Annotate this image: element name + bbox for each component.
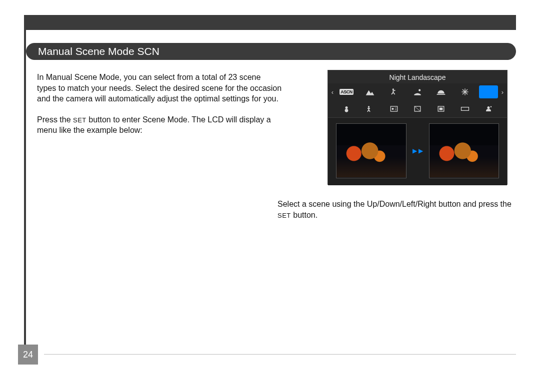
svg-rect-17 [440, 108, 443, 110]
scene-sport-icon[interactable] [384, 85, 404, 98]
icon-row-2 [328, 100, 507, 118]
instruction-paragraph: Press the SET button to enter Scene Mode… [37, 114, 282, 136]
arrow-icon: ▶▶ [412, 147, 423, 154]
scene-glass-icon[interactable] [408, 102, 427, 115]
left-rule [24, 15, 26, 365]
svg-rect-18 [461, 107, 468, 111]
page-number: 24 [18, 345, 38, 365]
select-instruction: Select a scene using the Up/Down/Left/Ri… [278, 199, 512, 220]
svg-line-15 [414, 106, 420, 111]
preview-after [429, 123, 500, 178]
preview-strip: ▶▶ [328, 118, 507, 185]
svg-point-1 [418, 89, 420, 91]
scene-ascn-icon[interactable]: ASCN [337, 85, 356, 98]
scene-night-landscape-icon[interactable] [479, 85, 498, 98]
svg-point-11 [392, 108, 394, 110]
scene-landscape-icon[interactable] [360, 85, 380, 98]
heading-text: Manual Scene Mode SCN [38, 45, 160, 57]
set-button-label: SET [278, 212, 291, 219]
svg-point-0 [392, 88, 394, 90]
intro-paragraph: In Manual Scene Mode, you can select fro… [37, 72, 282, 104]
top-bar [24, 15, 516, 30]
scene-sunset-icon[interactable] [432, 85, 450, 98]
scene-snow-icon[interactable] [337, 102, 356, 115]
scene-beach-icon[interactable] [408, 85, 427, 98]
svg-point-19 [487, 106, 490, 109]
page-number-text: 24 [23, 350, 33, 360]
scene-panorama-icon[interactable] [456, 102, 474, 115]
svg-point-20 [490, 106, 492, 108]
text-fragment: Select a scene using the Up/Down/Left/Ri… [278, 200, 512, 208]
icon-row-1: ‹ ASCN › [328, 83, 507, 100]
footer-rule [44, 354, 516, 355]
set-button-label: SET [73, 116, 86, 124]
svg-point-9 [368, 106, 370, 107]
right-column: Select a scene using the Up/Down/Left/Ri… [278, 199, 512, 220]
chevron-left-icon[interactable]: ‹ [329, 88, 336, 96]
scene-children-icon[interactable] [360, 102, 380, 115]
svg-point-8 [345, 109, 348, 112]
scene-fireworks-icon[interactable] [456, 85, 474, 98]
scene-id-photo-icon[interactable] [384, 102, 404, 115]
scene-museum-icon[interactable] [432, 102, 450, 115]
text-fragment: button. [291, 211, 318, 219]
left-column: In Manual Scene Mode, you can select fro… [37, 72, 282, 146]
preview-before [336, 123, 406, 178]
lcd-preview: Night Landascape ‹ ASCN › ▶▶ [328, 70, 508, 185]
svg-rect-10 [390, 106, 397, 111]
chevron-right-icon[interactable]: › [499, 88, 506, 96]
section-heading: Manual Scene Mode SCN [26, 43, 516, 60]
lcd-title: Night Landascape [328, 70, 507, 83]
svg-point-7 [346, 106, 348, 109]
text-fragment: Press the [37, 115, 73, 124]
scene-night-portrait-icon[interactable] [479, 102, 498, 115]
